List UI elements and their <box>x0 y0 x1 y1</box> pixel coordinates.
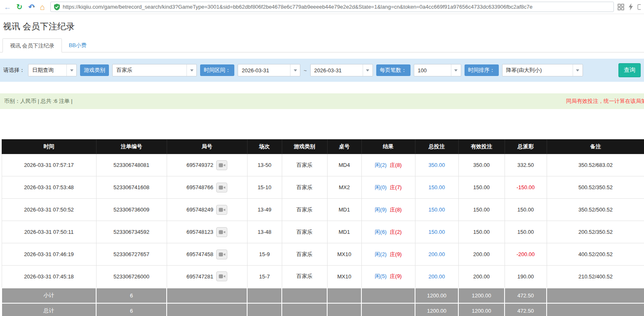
cell-game-type: 百家乐 <box>282 221 327 243</box>
cell-bet-id: 523306736009 <box>96 199 167 221</box>
tab-bb-tip[interactable]: BB小费 <box>62 38 94 52</box>
video-replay-icon[interactable] <box>216 183 227 192</box>
page-size-label: 每页笔数： <box>376 64 410 76</box>
date-from-value: 2026-03-31 <box>238 67 290 74</box>
cell-game-type: 百家乐 <box>282 266 327 288</box>
cell-round: 695748249 <box>167 199 247 221</box>
undo-dropdown-icon[interactable]: ▾ <box>33 5 35 9</box>
total-bet-link[interactable]: 350.00 <box>429 162 445 168</box>
result-banker: 庄(7) <box>390 184 402 190</box>
total-total-bet: 1200.00 <box>415 303 458 316</box>
home-icon[interactable]: ⌂ <box>38 3 47 11</box>
table-row: 2026-03-31 07:53:48 523306741608 6957487… <box>2 176 644 199</box>
cell-remark: 400.52/200.52 <box>547 243 644 266</box>
cell-remark: 210.52/400.52 <box>547 266 644 288</box>
col-round: 局号 <box>167 140 247 154</box>
date-to-value: 2026-03-31 <box>311 67 363 74</box>
cell-result: 闲(5) 庄(9) <box>361 266 415 288</box>
subtotal-valid-bet: 1200.00 <box>458 288 505 303</box>
security-shield-icon <box>54 4 60 10</box>
sort-order-select[interactable]: 降幂(由大到小) <box>502 64 583 76</box>
game-type-value: 百家乐 <box>113 67 186 74</box>
refresh-icon[interactable]: ↻ <box>15 3 24 11</box>
lightning-icon[interactable] <box>628 3 633 10</box>
col-table-no: 桌号 <box>327 140 361 154</box>
cell-table-no: MD1 <box>327 221 361 243</box>
page-size-select[interactable]: 100 <box>414 64 461 76</box>
cell-bet-id: 523306726000 <box>96 266 167 288</box>
chevron-down-icon <box>451 64 461 76</box>
cell-remark: 350.52/500.52 <box>547 199 644 221</box>
video-replay-icon[interactable] <box>216 227 227 237</box>
result-player: 闲(2) <box>375 251 387 257</box>
cell-table-no: MX10 <box>327 266 361 288</box>
col-session: 场次 <box>247 140 282 154</box>
result-banker: 庄(9) <box>390 251 402 257</box>
cell-valid-bet: 200.00 <box>458 243 505 266</box>
chevron-down-icon <box>573 64 583 76</box>
tab-bar: 视讯 会员下注纪录 BB小费 <box>0 38 644 52</box>
bet-records-table: 时间 注单编号 局号 场次 游戏类别 桌号 结果 总投注 有效投注 总派彩 备注… <box>1 139 644 316</box>
table-row: 2026-03-31 07:50:11 523306734592 6957481… <box>2 221 644 243</box>
address-bar[interactable]: https://kiqiiu.com/game/betrecord_search… <box>50 2 614 12</box>
round-number: 695747458 <box>186 251 213 257</box>
date-from-select[interactable]: 2026-03-31 <box>238 64 300 76</box>
total-bet-link[interactable]: 200.00 <box>429 251 445 257</box>
cell-session: 13-49 <box>247 199 282 221</box>
table-row: 2026-03-31 07:50:52 523306736009 6957482… <box>2 199 644 221</box>
table-header: 时间 注单编号 局号 场次 游戏类别 桌号 结果 总投注 有效投注 总派彩 备注 <box>2 140 644 154</box>
col-bet-id: 注单编号 <box>96 140 167 154</box>
cell-game-type: 百家乐 <box>282 176 327 199</box>
cell-total-bet: 200.00 <box>415 266 458 288</box>
filter-bar: 请选择： 日期查询 游戏类别 百家乐 时间区间： 2026-03-31 ~ 20… <box>0 59 644 82</box>
cell-table-no: MD4 <box>327 154 361 176</box>
cell-game-type: 百家乐 <box>282 154 327 176</box>
total-bet-link[interactable]: 150.00 <box>429 184 445 190</box>
video-replay-icon[interactable] <box>216 160 227 170</box>
cell-time: 2026-03-31 07:45:18 <box>2 266 96 288</box>
tab-betrecord[interactable]: 视讯 会员下注纪录 <box>2 38 62 52</box>
game-type-select[interactable]: 百家乐 <box>112 64 197 76</box>
total-bet-link[interactable]: 150.00 <box>429 229 445 235</box>
chevron-down-icon <box>66 64 76 76</box>
cell-round: 695749372 <box>167 154 247 176</box>
cell-bet-id: 523306734592 <box>96 221 167 243</box>
round-number: 695747281 <box>186 273 213 280</box>
cell-bet-id: 523306727657 <box>96 243 167 266</box>
col-remark: 备注 <box>547 140 644 154</box>
total-bet-link[interactable]: 200.00 <box>429 273 445 280</box>
sort-order-label: 时间排序： <box>465 64 499 76</box>
result-banker: 庄(8) <box>390 162 402 168</box>
col-result: 结果 <box>361 140 415 154</box>
subtotal-total-bet: 1200.00 <box>415 288 458 303</box>
cell-table-no: MD1 <box>327 199 361 221</box>
cell-round: 695748123 <box>167 221 247 243</box>
cell-total-bet: 200.00 <box>415 243 458 266</box>
video-replay-icon[interactable] <box>216 271 227 281</box>
table-row: 2026-03-31 07:46:19 523306727657 6957474… <box>2 243 644 266</box>
cell-total-bet: 150.00 <box>415 221 458 243</box>
cell-result: 闲(9) 庄(8) <box>361 199 415 221</box>
round-number: 695749372 <box>186 162 213 168</box>
apps-grid-icon[interactable] <box>618 4 624 10</box>
col-game-type: 游戏类别 <box>282 140 327 154</box>
video-replay-icon[interactable] <box>216 249 227 259</box>
cell-payout: 190.00 <box>505 266 547 288</box>
subtotal-payout: 472.50 <box>505 288 547 303</box>
back-icon[interactable]: ← <box>3 3 12 11</box>
cell-valid-bet: 200.00 <box>458 266 505 288</box>
search-button[interactable]: 查询 <box>618 63 641 77</box>
date-to-select[interactable]: 2026-03-31 <box>310 64 373 76</box>
result-player: 闲(5) <box>375 273 387 279</box>
query-type-select[interactable]: 日期查询 <box>28 64 77 76</box>
col-time: 时间 <box>2 140 96 154</box>
cell-payout: -200.00 <box>505 243 547 266</box>
clipped-icon[interactable] <box>637 4 641 10</box>
total-bet-link[interactable]: 150.00 <box>429 207 445 213</box>
total-valid-bet: 1200.00 <box>458 303 505 316</box>
video-replay-icon[interactable] <box>216 205 227 215</box>
cell-payout: 332.50 <box>505 154 547 176</box>
cell-remark: 350.52/683.02 <box>547 154 644 176</box>
cell-valid-bet: 350.00 <box>458 154 505 176</box>
table-row: 2026-03-31 07:57:17 523306748081 6957493… <box>2 154 644 176</box>
